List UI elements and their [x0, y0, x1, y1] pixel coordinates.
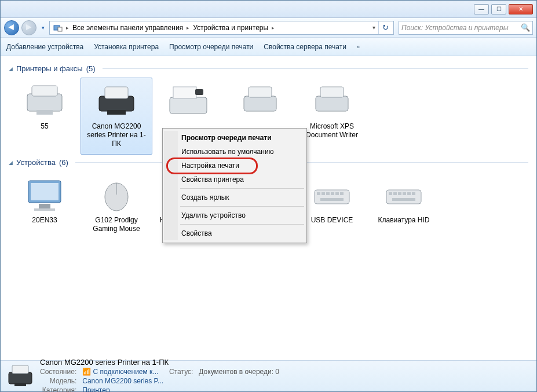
details-pane: Canon MG2200 series Printer на 1-ПК Сост… [1, 360, 536, 391]
svg-rect-44 [14, 383, 26, 386]
printer-item[interactable]: 55 [9, 78, 81, 155]
breadcrumb-arrow-icon[interactable]: ▸ [185, 25, 191, 31]
details-model-label: Модель: [40, 377, 76, 385]
svg-rect-41 [392, 198, 415, 201]
item-label: 20EN33 [12, 216, 78, 225]
breadcrumb-devices-printers[interactable]: Устройства и принтеры [191, 24, 271, 32]
add-device-button[interactable]: Добавление устройства [6, 43, 83, 51]
printer-icon [6, 364, 34, 389]
add-printer-button[interactable]: Установка принтера [94, 43, 159, 51]
svg-rect-17 [39, 204, 50, 208]
svg-rect-34 [386, 190, 421, 204]
item-label: Microsoft XPS Document Writer [299, 122, 365, 140]
details-status-label: Статус: [169, 368, 193, 376]
item-label: USB DEVICE [299, 216, 365, 225]
device-item[interactable]: 20EN33 [9, 171, 81, 240]
collapse-icon: ◢ [9, 66, 13, 72]
svg-rect-11 [244, 96, 276, 111]
close-button[interactable]: ✕ [509, 4, 533, 14]
group-divider [103, 68, 528, 69]
svg-rect-42 [9, 372, 32, 384]
devices-icon [53, 23, 63, 32]
svg-rect-43 [12, 365, 28, 373]
menu-printing-preferences[interactable]: Настройка печати [164, 159, 305, 173]
breadcrumb-arrow-icon[interactable]: ▸ [65, 25, 70, 31]
group-count: (5) [86, 64, 96, 73]
menu-separator [180, 188, 304, 189]
toolbar-overflow-button[interactable]: » [357, 44, 360, 50]
titlebar: — ☐ ✕ [1, 1, 536, 18]
menu-view-print-queue[interactable]: Просмотр очереди печати [164, 131, 305, 145]
navigation-bar: ⯇ ⯈ ▾ ▸ Все элементы панели управления ▸… [1, 18, 536, 38]
menu-properties[interactable]: Свойства [164, 226, 305, 240]
menu-set-default[interactable]: Использовать по умолчанию [164, 145, 305, 159]
monitor-icon [21, 175, 68, 214]
search-input[interactable]: Поиск: Устройства и принтеры 🔍 [399, 21, 533, 35]
svg-rect-3 [32, 86, 57, 96]
item-label: Canon MG2200 series Printer на 1-ПК [83, 122, 149, 148]
back-button[interactable]: ⯇ [4, 20, 19, 35]
svg-rect-40 [412, 192, 415, 195]
menu-printer-properties[interactable]: Свойства принтера [164, 173, 305, 186]
keyboard-icon [309, 175, 355, 214]
mouse-icon [93, 175, 140, 214]
print-server-properties-button[interactable]: Свойства сервера печати [264, 43, 346, 51]
group-count: (6) [59, 158, 68, 167]
svg-rect-28 [322, 192, 325, 195]
explorer-window: — ☐ ✕ ⯇ ⯈ ▾ ▸ Все элементы панели управл… [0, 0, 537, 392]
printer-icon [21, 82, 68, 120]
group-header-printers[interactable]: ◢ Принтеры и факсы (5) [9, 64, 528, 73]
refresh-button[interactable]: ↻ [378, 21, 392, 34]
item-label: Клавиатура HID [371, 216, 437, 225]
details-state-value: 📶 С подключением к... [82, 368, 163, 376]
device-item[interactable]: Клавиатура HID [368, 171, 440, 240]
details-category-label: Категория: [40, 386, 76, 392]
svg-rect-37 [398, 192, 401, 195]
forward-button[interactable]: ⯈ [21, 20, 36, 35]
search-placeholder: Поиск: Устройства и принтеры [401, 24, 508, 32]
svg-rect-33 [320, 198, 344, 201]
item-label: 55 [12, 122, 78, 131]
history-dropdown[interactable]: ▾ [39, 23, 47, 33]
svg-rect-29 [326, 192, 330, 195]
keyboard-icon [381, 175, 427, 214]
group-title: Принтеры и факсы [16, 64, 83, 73]
svg-rect-7 [107, 110, 126, 115]
svg-rect-16 [31, 183, 59, 200]
svg-rect-6 [105, 87, 128, 98]
address-bar[interactable]: ▸ Все элементы панели управления ▸ Устро… [49, 21, 394, 35]
item-label: G102 Prodigy Gaming Mouse [83, 216, 149, 233]
svg-rect-31 [335, 192, 339, 195]
svg-rect-26 [315, 190, 349, 204]
svg-rect-18 [34, 208, 55, 211]
details-state-label: Состояние: [40, 368, 76, 376]
minimize-button[interactable]: — [474, 4, 489, 14]
svg-rect-10 [195, 89, 203, 95]
view-print-queue-button[interactable]: Просмотр очереди печати [169, 43, 253, 51]
svg-rect-9 [173, 87, 196, 98]
breadcrumb: ▸ Все элементы панели управления ▸ Устро… [65, 24, 276, 32]
breadcrumb-control-panel[interactable]: Все элементы панели управления [70, 24, 185, 32]
maximize-button[interactable]: ☐ [491, 4, 506, 14]
menu-separator [180, 206, 304, 207]
svg-rect-1 [58, 27, 62, 31]
breadcrumb-arrow-icon[interactable]: ▸ [271, 25, 276, 31]
svg-rect-12 [249, 87, 272, 97]
menu-create-shortcut[interactable]: Создать ярлык [164, 190, 305, 204]
menu-remove-device[interactable]: Удалить устройство [164, 208, 305, 222]
address-dropdown-icon[interactable]: ▾ [369, 24, 378, 31]
details-status-value: Документов в очереди: 0 [199, 368, 279, 376]
group-title: Устройства [16, 158, 56, 167]
search-icon[interactable]: 🔍 [521, 23, 530, 32]
back-icon: ⯇ [8, 24, 15, 32]
context-menu: Просмотр очереди печати Использовать по … [162, 128, 307, 243]
svg-rect-8 [170, 97, 207, 113]
collapse-icon: ◢ [9, 160, 13, 166]
svg-rect-32 [340, 192, 344, 195]
printer-item[interactable]: Canon MG2200 series Printer на 1-ПК [81, 78, 152, 155]
details-model-value: Canon MG2200 series P... [82, 377, 163, 385]
svg-rect-38 [403, 192, 406, 195]
details-title: Canon MG2200 series Printer на 1-ПК [40, 358, 291, 367]
fax-icon [165, 82, 211, 120]
device-item[interactable]: G102 Prodigy Gaming Mouse [81, 171, 152, 240]
